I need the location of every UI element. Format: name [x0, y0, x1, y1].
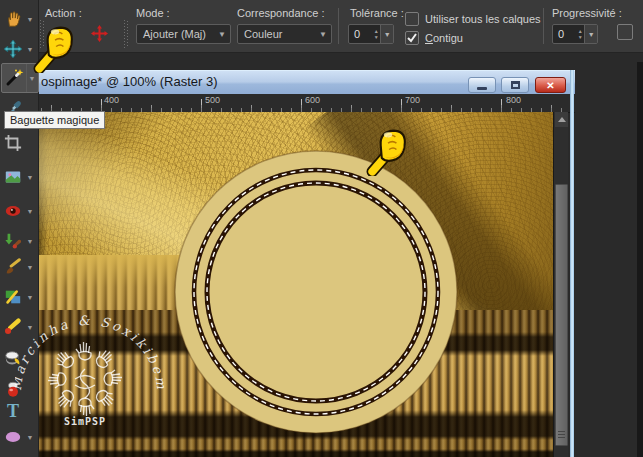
- use-all-layers-label: Utiliser tous les calques: [425, 13, 541, 25]
- tolerance-label: Tolérance :: [350, 7, 404, 19]
- ruler-tick-label: 800: [506, 95, 521, 105]
- tool-options-toolbar: Action : Mode : Ajouter (Maj) ▼ Correspo…: [38, 0, 643, 53]
- horizontal-ruler: 400 500 600 700 800: [38, 94, 575, 113]
- contiguous-checkbox[interactable]: [405, 31, 419, 45]
- minimize-button[interactable]: [468, 77, 496, 93]
- tool-text[interactable]: T: [1, 398, 37, 424]
- right-panel-edge: [637, 62, 643, 457]
- image-canvas[interactable]: [38, 112, 553, 457]
- window-right-edge: [570, 70, 574, 457]
- paint-bucket-icon: [1, 348, 25, 370]
- correspondence-value: Couleur: [238, 28, 315, 40]
- mode-dropdown[interactable]: Ajouter (Maj) ▼: [136, 24, 231, 44]
- scrollbar-thumb[interactable]: [555, 184, 568, 446]
- flyout-arrow-icon[interactable]: ▼: [25, 324, 35, 331]
- ruler-tick-label: 400: [104, 95, 119, 105]
- flyout-arrow-icon[interactable]: ▼: [25, 208, 35, 215]
- color-changer-icon: [1, 286, 25, 308]
- tool-flood-fill[interactable]: [1, 346, 37, 372]
- flyout-arrow-icon[interactable]: ▼: [25, 434, 35, 441]
- tool-eraser[interactable]: ▼: [1, 314, 37, 340]
- tolerance-value: 0: [349, 25, 372, 43]
- document-window: ospimage* @ 100% (Raster 3) ✕ 400 500 60…: [38, 70, 575, 457]
- tool-paint-brush[interactable]: ▼: [1, 254, 37, 280]
- scroll-up-button[interactable]: [555, 112, 568, 127]
- feather-spinner[interactable]: 0 ▲▼ ▼: [552, 24, 598, 44]
- restore-button[interactable]: [501, 77, 529, 93]
- minimize-icon: [477, 87, 487, 90]
- psp-application: Action : Mode : Ajouter (Maj) ▼ Correspo…: [0, 0, 643, 457]
- tool-color-changer[interactable]: ▼: [1, 284, 37, 310]
- use-all-layers-checkbox[interactable]: [405, 12, 419, 26]
- picture-icon: [1, 166, 25, 188]
- spinner-arrows[interactable]: ▲▼: [576, 25, 584, 43]
- flyout-arrow-icon[interactable]: ▼: [25, 174, 35, 181]
- flyout-arrow-icon[interactable]: ▼: [25, 238, 35, 245]
- chevron-down-icon: ▼: [214, 30, 230, 39]
- mode-label: Mode :: [136, 7, 170, 19]
- ruler-tick-label: 500: [205, 95, 220, 105]
- feather-value: 0: [553, 25, 576, 43]
- paint-brush-icon: [1, 256, 25, 278]
- toolbar-grip[interactable]: [124, 20, 128, 48]
- text-T-icon: T: [1, 400, 25, 422]
- feather-label: Progressivité :: [552, 7, 622, 19]
- restore-icon: [511, 81, 520, 89]
- close-icon: ✕: [546, 80, 554, 91]
- close-button[interactable]: ✕: [535, 77, 566, 93]
- ellipse-shape-icon: [1, 426, 25, 448]
- eraser-icon: [1, 316, 25, 338]
- checkmark-icon: [406, 32, 418, 44]
- arrow-up-icon: [558, 117, 566, 122]
- spinner-arrows[interactable]: ▲▼: [372, 25, 380, 43]
- ruler-tick-label: 700: [405, 95, 420, 105]
- coin-circle-graphic[interactable]: [38, 112, 553, 457]
- contiguous-label: Contigu: [425, 32, 463, 44]
- tool-preset-shapes[interactable]: ▼: [1, 424, 37, 450]
- flyout-arrow-icon[interactable]: ▼: [25, 294, 35, 301]
- pointing-hand-cursor: [33, 20, 75, 73]
- document-title: ospimage* @ 100% (Raster 3): [41, 74, 218, 89]
- tool-pan[interactable]: ▼: [1, 6, 37, 32]
- chevron-down-icon[interactable]: ▼: [380, 25, 393, 43]
- ruler-tick-label: 600: [305, 95, 320, 105]
- makeover-brush-icon: [1, 230, 25, 252]
- toolbar-separator: [543, 8, 544, 44]
- tool-makeover[interactable]: ▼: [1, 228, 37, 254]
- chevron-down-icon: ▼: [315, 30, 331, 39]
- move-arrows-icon: [1, 38, 25, 60]
- tooltip-magic-wand: Baguette magique: [4, 111, 105, 129]
- flyout-arrow-icon[interactable]: ▼: [25, 264, 35, 271]
- tool-pick[interactable]: ▼: [1, 164, 37, 190]
- red-eye-icon: [1, 200, 25, 222]
- tool-red-eye[interactable]: ▼: [1, 198, 37, 224]
- correspondence-label: Correspondance :: [237, 7, 324, 19]
- hand-icon: [1, 8, 25, 30]
- crop-icon: [1, 132, 25, 154]
- magic-wand-icon: [2, 67, 26, 89]
- sphere-stamp-icon: [1, 378, 25, 400]
- action-label: Action :: [45, 7, 82, 19]
- tool-crop[interactable]: [1, 130, 37, 156]
- chevron-down-icon[interactable]: ▼: [584, 25, 597, 43]
- tolerance-spinner[interactable]: 0 ▲▼ ▼: [348, 24, 394, 44]
- vertical-scrollbar[interactable]: [553, 112, 568, 457]
- toolbar-separator: [338, 8, 339, 44]
- correspondence-dropdown[interactable]: Couleur ▼: [237, 24, 332, 44]
- pointing-hand-cursor: [366, 123, 408, 176]
- mode-value: Ajouter (Maj): [137, 28, 214, 40]
- sample-merged-checkbox[interactable]: [617, 24, 633, 40]
- document-titlebar[interactable]: ospimage* @ 100% (Raster 3) ✕: [38, 70, 575, 95]
- move-selection-icon[interactable]: [91, 25, 108, 42]
- tool-move[interactable]: ▼: [1, 36, 37, 62]
